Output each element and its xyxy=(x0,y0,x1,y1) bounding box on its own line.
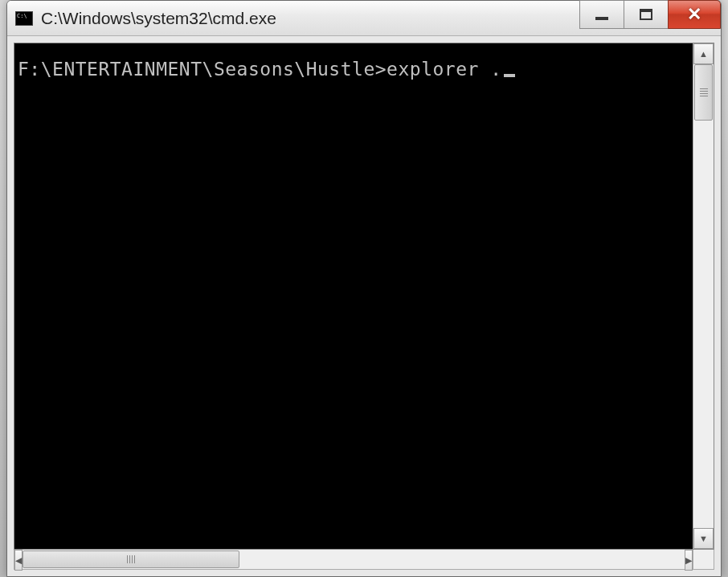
h-scroll-thumb[interactable] xyxy=(22,550,239,568)
close-icon: ✕ xyxy=(687,4,701,25)
prompt-text: F:\ENTERTAINMENT\Seasons\Hustle> xyxy=(18,59,386,80)
cmd-window: C:\Windows\system32\cmd.exe ✕ F:\ENTERTA… xyxy=(6,0,722,577)
scroll-up-button[interactable]: ▲ xyxy=(693,43,714,64)
window-title: C:\Windows\system32\cmd.exe xyxy=(41,9,276,28)
maximize-icon xyxy=(640,9,652,20)
scroll-corner xyxy=(693,550,714,569)
close-button[interactable]: ✕ xyxy=(668,0,721,29)
arrow-down-icon: ▼ xyxy=(699,534,708,543)
cursor-icon xyxy=(504,74,515,77)
grip-icon xyxy=(700,88,708,96)
window-controls: ✕ xyxy=(580,0,721,29)
arrow-up-icon: ▲ xyxy=(699,49,708,59)
v-scroll-thumb[interactable] xyxy=(694,64,713,121)
maximize-button[interactable] xyxy=(624,0,669,29)
scroll-down-button[interactable]: ▼ xyxy=(693,528,714,549)
scroll-left-button[interactable]: ◀ xyxy=(14,550,22,571)
minimize-button[interactable] xyxy=(579,0,624,29)
titlebar[interactable]: C:\Windows\system32\cmd.exe ✕ xyxy=(7,1,721,36)
terminal-region: F:\ENTERTAINMENT\Seasons\Hustle>explorer… xyxy=(14,43,714,550)
arrow-right-icon: ▶ xyxy=(685,555,692,566)
cmd-icon xyxy=(15,11,33,26)
terminal-output[interactable]: F:\ENTERTAINMENT\Seasons\Hustle>explorer… xyxy=(14,43,693,549)
scroll-right-button[interactable]: ▶ xyxy=(685,550,693,571)
client-area: F:\ENTERTAINMENT\Seasons\Hustle>explorer… xyxy=(7,36,721,576)
horizontal-scrollbar: ◀ ▶ xyxy=(14,549,714,570)
arrow-left-icon: ◀ xyxy=(15,555,22,566)
h-scroll-track[interactable] xyxy=(22,550,685,569)
vertical-scrollbar: ▲ ▼ xyxy=(693,43,714,549)
grip-icon xyxy=(127,555,135,563)
minimize-icon xyxy=(595,17,608,20)
v-scroll-track[interactable] xyxy=(693,64,714,528)
command-text: explorer . xyxy=(386,59,501,80)
